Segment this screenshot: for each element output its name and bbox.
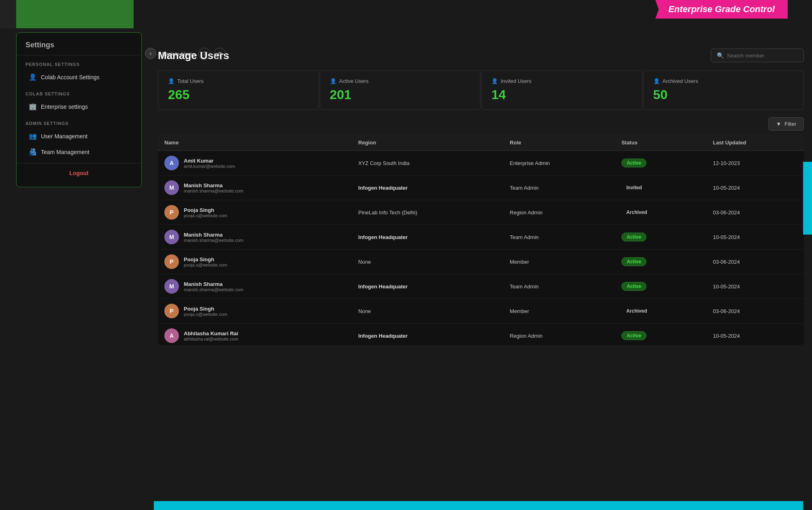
user-region: PineLab Info Tech (Delhi) (352, 200, 503, 225)
avatar: P (164, 205, 179, 220)
user-region: Infogen Headquater (352, 324, 503, 345)
user-name: Pooja Singh (184, 207, 227, 213)
section-admin: ADMIN SETTINGS (17, 114, 141, 128)
user-name: Manish Sharma (184, 182, 244, 188)
logout-button[interactable]: Logout (17, 163, 141, 183)
table-row[interactable]: M Manish Sharma manish.sharma@website.co… (158, 274, 804, 299)
user-status: Archived (615, 299, 706, 324)
sidebar-item-user-mgmt[interactable]: 👥 User Management (20, 128, 138, 144)
user-name: Pooja Singh (184, 306, 227, 312)
stat-label-invited: 👤 Invited Users (491, 78, 632, 84)
user-cell: M Manish Sharma manish.sharma@website.co… (164, 230, 345, 244)
user-last-updated: 10-05-2024 (706, 176, 804, 200)
table-row[interactable]: A Abhilasha Kumari Rai abhilasha.rai@web… (158, 324, 804, 345)
status-badge: Archived (621, 208, 652, 216)
stat-icon-invited: 👤 (491, 78, 498, 84)
stat-card-total: 👤 Total Users 265 (158, 70, 319, 110)
user-role: Member (503, 299, 615, 324)
status-badge: Active (621, 233, 646, 241)
stat-label-total: 👤 Total Users (168, 78, 309, 84)
table-row[interactable]: P Pooja Singh pooja.s@website.com NoneMe… (158, 250, 804, 274)
user-status: Active (615, 324, 706, 345)
help-icon[interactable]: ? (198, 48, 210, 60)
user-cell: P Pooja Singh pooja.s@website.com (164, 205, 345, 220)
banner-text: Enterprise Grade Control (668, 4, 775, 14)
user-email: abhilasha.rai@website.com (184, 336, 238, 341)
user-last-updated: 10-05-2024 (706, 324, 804, 345)
avatar: M (164, 279, 179, 294)
sidebar-item-enterprise[interactable]: 🏢 Enterprise settings (20, 99, 138, 114)
green-accent-bar (0, 0, 134, 28)
stat-card-archived: 👤 Archived Users 50 (643, 70, 804, 110)
users-table: NameRegionRoleStatusLast Updated A Amit … (158, 135, 804, 345)
stat-value-total: 265 (168, 87, 309, 102)
green-corner (0, 0, 16, 28)
user-status: Active (615, 151, 706, 176)
user-name: Amit Kumar (184, 158, 235, 164)
sidebar-item-colab-account[interactable]: 👤 Colab Account Settings (20, 69, 138, 85)
user-region: Infogen Headquater (352, 274, 503, 299)
stats-row: 👤 Total Users 265 👤 Active Users 201 👤 I… (158, 70, 804, 110)
user-status: Active (615, 250, 706, 274)
user-last-updated: 10-05-2024 (706, 225, 804, 250)
status-badge: Active (621, 257, 646, 266)
stat-value-active: 201 (330, 87, 471, 102)
table-row[interactable]: P Pooja Singh pooja.s@website.com PineLa… (158, 200, 804, 225)
table-row[interactable]: M Manish Sharma manish.sharma@website.co… (158, 176, 804, 200)
collapse-sidebar-button[interactable]: ‹ (145, 48, 156, 59)
user-role: Team Admin (503, 176, 615, 200)
user-last-updated: 10-05-2024 (706, 274, 804, 299)
search-box: 🔍 (711, 49, 804, 62)
col-role: Role (503, 135, 615, 151)
avatar: A (164, 156, 179, 170)
avatar: P (164, 304, 179, 318)
filter-row: ▼ Filter (158, 117, 804, 131)
user-region: Infogen Headquater (352, 176, 503, 200)
stat-icon-total: 👤 (168, 78, 174, 84)
main-content: Manage Users 🔍 👤 Total Users 265 👤 Activ… (158, 44, 804, 502)
user-region: Infogen Headquater (352, 225, 503, 250)
user-status: Active (615, 225, 706, 250)
user-name: Manish Sharma (184, 281, 244, 287)
search-input[interactable] (727, 53, 798, 59)
back-arrow-icon: ‹ (158, 51, 159, 57)
status-badge: Invited (621, 184, 647, 192)
stat-card-active: 👤 Active Users 201 (320, 70, 481, 110)
user-region: None (352, 250, 503, 274)
table-row[interactable]: A Amit Kumar amit.kumar@website.com XYZ … (158, 151, 804, 176)
back-to-home-button[interactable]: ‹ Back to Home (158, 51, 195, 57)
filter-label: Filter (784, 121, 796, 127)
col-status: Status (615, 135, 706, 151)
filter-button[interactable]: ▼ Filter (768, 117, 804, 131)
user-role: Member (503, 250, 615, 274)
sidebar-label-colab: Colab Account Settings (41, 74, 100, 80)
users-icon: 👥 (29, 132, 37, 140)
sidebar-label-enterprise: Enterprise settings (41, 104, 88, 110)
sidebar-label-team-mgmt: Team Management (41, 149, 89, 155)
table-body: A Amit Kumar amit.kumar@website.com XYZ … (158, 151, 804, 345)
user-name: Abhilasha Kumari Rai (184, 330, 238, 336)
table-row[interactable]: M Manish Sharma manish.sharma@website.co… (158, 225, 804, 250)
table-header: NameRegionRoleStatusLast Updated (158, 135, 804, 151)
team-icon: 🫂 (29, 148, 37, 156)
users-table-wrapper: NameRegionRoleStatusLast Updated A Amit … (158, 135, 804, 345)
user-status: Active (615, 274, 706, 299)
user-email: manish.sharma@website.com (184, 238, 244, 243)
sidebar-item-team-mgmt[interactable]: 🫂 Team Management (20, 144, 138, 160)
user-email: pooja.s@website.com (184, 213, 227, 218)
user-status: Archived (615, 200, 706, 225)
table-row[interactable]: P Pooja Singh pooja.s@website.com NoneMe… (158, 299, 804, 324)
avatar: M (164, 230, 179, 244)
enterprise-icon: 🏢 (29, 103, 37, 110)
user-role: Team Admin (503, 225, 615, 250)
user-status: Invited (615, 176, 706, 200)
user-role: Region Admin (503, 324, 615, 345)
user-cell: M Manish Sharma manish.sharma@website.co… (164, 279, 345, 294)
status-badge: Active (621, 282, 646, 291)
settings-gear-icon[interactable]: ⚙ (214, 48, 226, 60)
account-icon: 👤 (29, 73, 37, 81)
user-role: Team Admin (503, 274, 615, 299)
page-header: Manage Users 🔍 (158, 44, 804, 62)
user-region: XYZ Corp South India (352, 151, 503, 176)
status-badge: Active (621, 159, 646, 167)
